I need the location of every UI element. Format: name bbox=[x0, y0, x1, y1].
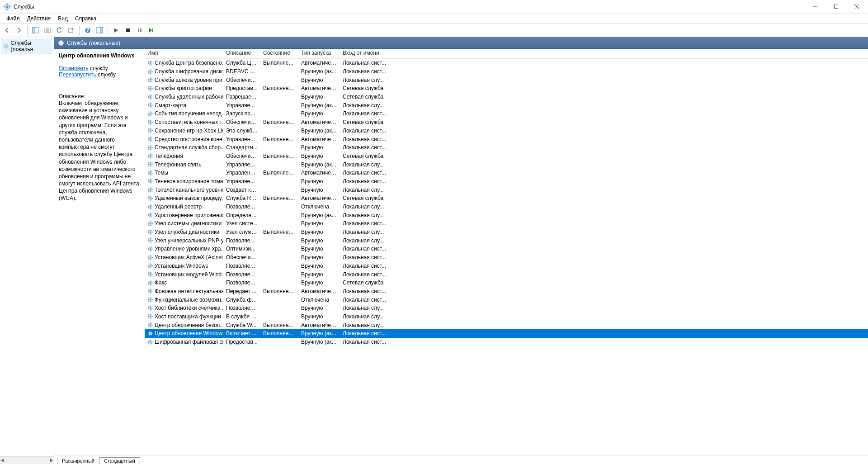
service-row[interactable]: Служба шифрования диско...BDESVC пр...Вр… bbox=[145, 67, 868, 76]
svg-line-317 bbox=[151, 301, 152, 301]
service-row[interactable]: Сопоставитель конечных т...Обеспечив...В… bbox=[145, 118, 868, 127]
restart-service-link[interactable]: Перезапустить bbox=[59, 71, 96, 78]
service-row[interactable]: ТемыУправлени...ВыполняетсяАвтоматичес..… bbox=[145, 169, 868, 177]
service-row[interactable]: Установщик WindowsПозволяет ...ВручнуюЛо… bbox=[145, 262, 868, 270]
svg-point-71 bbox=[150, 96, 151, 98]
gear-icon bbox=[147, 339, 153, 345]
tab-standard[interactable]: Стандартный bbox=[99, 457, 140, 464]
svg-line-226 bbox=[148, 222, 149, 222]
tree-hscrollbar[interactable] bbox=[0, 456, 54, 464]
service-desc: Обеспечив... bbox=[223, 153, 260, 159]
svg-line-127 bbox=[151, 140, 152, 141]
col-header-name[interactable]: Имя bbox=[145, 49, 223, 58]
col-header-start[interactable]: Тип запуска bbox=[298, 49, 340, 58]
svg-point-111 bbox=[150, 130, 151, 131]
service-row[interactable]: Служба шлюза уровня при...Обеспечив...Вр… bbox=[145, 76, 868, 84]
forward-button[interactable] bbox=[14, 25, 24, 36]
svg-line-129 bbox=[151, 137, 152, 137]
svg-line-136 bbox=[148, 146, 149, 146]
service-row[interactable]: Установщик модулей Wind...Позволяет ...В… bbox=[145, 270, 868, 279]
svg-point-1 bbox=[6, 5, 9, 8]
export-button[interactable] bbox=[66, 25, 76, 36]
service-row[interactable]: Удостоверение приложенияОпределяе...Вруч… bbox=[145, 211, 868, 219]
col-header-desc[interactable]: Описание bbox=[223, 49, 260, 58]
svg-line-106 bbox=[148, 120, 149, 121]
show-hide-tree-button[interactable] bbox=[30, 25, 41, 36]
tab-extended[interactable]: Расширенный bbox=[57, 457, 99, 464]
service-row[interactable]: Теневое копирование томаУправляет ...Вру… bbox=[145, 177, 868, 186]
minimize-button[interactable] bbox=[805, 0, 826, 14]
svg-point-181 bbox=[150, 189, 151, 190]
service-logon: Локальная сист... bbox=[340, 170, 390, 176]
service-row[interactable]: Узел системы диагностикиУзел систе...Вру… bbox=[145, 219, 868, 228]
service-row[interactable]: Узел службы диагностикиУзел служб...Выпо… bbox=[145, 228, 868, 237]
back-button[interactable] bbox=[2, 25, 13, 36]
service-row[interactable]: Службы криптографииПредостав...Выполняет… bbox=[145, 84, 868, 93]
service-row[interactable]: Средство построения коне...Управлени...В… bbox=[145, 135, 868, 143]
service-row[interactable]: ТелефонияОбеспечив...ВыполняетсяВручнуюС… bbox=[145, 152, 868, 161]
svg-line-36 bbox=[148, 61, 149, 62]
service-row[interactable]: Фоновая интеллектуальная...Передает ...В… bbox=[145, 287, 868, 296]
service-start: Вручную bbox=[298, 178, 340, 185]
svg-rect-8 bbox=[835, 5, 838, 8]
service-start-button[interactable] bbox=[111, 25, 122, 36]
svg-line-138 bbox=[148, 149, 149, 149]
menu-action[interactable]: Действие bbox=[24, 14, 55, 23]
service-row[interactable]: Управление уровнями хра...Оптимизи...Вру… bbox=[145, 245, 868, 253]
close-button[interactable] bbox=[846, 0, 867, 14]
svg-line-179 bbox=[151, 180, 152, 180]
svg-line-369 bbox=[151, 340, 152, 341]
svg-line-87 bbox=[151, 107, 152, 107]
service-row[interactable]: Хост поставщика функции ...В службе F...… bbox=[145, 312, 868, 321]
show-hide-action-button[interactable] bbox=[94, 25, 105, 36]
col-header-state[interactable]: Состояние bbox=[260, 49, 298, 58]
stop-service-link[interactable]: Остановить bbox=[59, 65, 89, 71]
svg-line-117 bbox=[151, 132, 152, 133]
service-row[interactable]: Стандартная служба сбор...Стандартн...Вр… bbox=[145, 143, 868, 152]
service-row[interactable]: ФаксПозволяет ...ВручнуюСетевая служба bbox=[145, 279, 868, 287]
svg-line-128 bbox=[148, 140, 149, 141]
services-grid[interactable]: Имя Описание Состояние Тип запуска Вход … bbox=[145, 49, 868, 455]
svg-line-209 bbox=[151, 205, 152, 205]
service-row[interactable]: Центр обновления WindowsВключает ...Выпо… bbox=[145, 329, 868, 338]
service-start: Вручную bbox=[298, 279, 340, 286]
gear-icon bbox=[147, 94, 153, 100]
service-row[interactable]: Хост библиотеки счетчика ...Позволяет ..… bbox=[145, 304, 868, 312]
service-row[interactable]: Функциональные возможн...Служба фу...Отк… bbox=[145, 295, 868, 304]
service-row[interactable]: Телефонная связьУправляет ...Вручную (ак… bbox=[145, 160, 868, 169]
service-row[interactable]: Узел универсальных PNP-у...Позволяет ...… bbox=[145, 236, 868, 245]
service-row[interactable]: Служба Центра безопасно...Служба Це...Вы… bbox=[145, 59, 868, 67]
service-row[interactable]: Удаленный реестрПозволяет ...ОтключенаЛо… bbox=[145, 203, 868, 211]
service-row[interactable]: События получения непод...Запуск при...В… bbox=[145, 109, 868, 118]
service-restart-button[interactable] bbox=[146, 25, 157, 36]
service-start: Вручную bbox=[298, 237, 340, 244]
gear-icon bbox=[147, 297, 153, 303]
col-header-logon[interactable]: Вход от имени bbox=[340, 49, 390, 58]
service-row[interactable]: Сохранение игр на Xbox LiveЭта служба...… bbox=[145, 127, 868, 135]
svg-line-178 bbox=[148, 183, 149, 183]
service-row[interactable]: Удаленный вызов процеду...Служба RP...Вы… bbox=[145, 194, 868, 203]
service-row[interactable]: Тополог канального уровняСоздает ка...Вр… bbox=[145, 185, 868, 194]
maximize-button[interactable] bbox=[826, 0, 846, 14]
menu-view[interactable]: Вид bbox=[54, 14, 71, 23]
refresh-button[interactable] bbox=[54, 25, 65, 36]
service-start: Вручную (ак... bbox=[298, 339, 340, 345]
service-logon: Локальная сист... bbox=[340, 144, 390, 151]
properties-button[interactable] bbox=[42, 25, 53, 36]
help-button[interactable]: ? bbox=[82, 25, 93, 36]
menu-file[interactable]: Файл bbox=[3, 14, 24, 23]
service-start: Вручную bbox=[298, 263, 340, 269]
tree-root-item[interactable]: Службы (локальн bbox=[1, 38, 52, 54]
svg-line-167 bbox=[151, 174, 152, 175]
service-row[interactable]: Смарт-картаУправляет ...Вручную (ак...Ло… bbox=[145, 101, 868, 109]
service-row[interactable]: Шифрованная файловая си...Предостав...Вр… bbox=[145, 338, 868, 346]
gear-icon bbox=[147, 153, 153, 159]
menu-help[interactable]: Справка bbox=[71, 14, 100, 23]
service-row[interactable]: Установщик ActiveX (AxInst...Обеспечив..… bbox=[145, 253, 868, 262]
service-logon: Сетевая служба bbox=[340, 94, 390, 100]
service-row[interactable]: Центр обеспечения безоп...Служба W...Вып… bbox=[145, 321, 868, 329]
service-desc: Управлени... bbox=[223, 136, 260, 142]
service-pause-button[interactable] bbox=[134, 25, 145, 36]
service-stop-button[interactable] bbox=[123, 25, 133, 36]
service-row[interactable]: Службы удаленных рабочи...Разрешает ...В… bbox=[145, 93, 868, 101]
